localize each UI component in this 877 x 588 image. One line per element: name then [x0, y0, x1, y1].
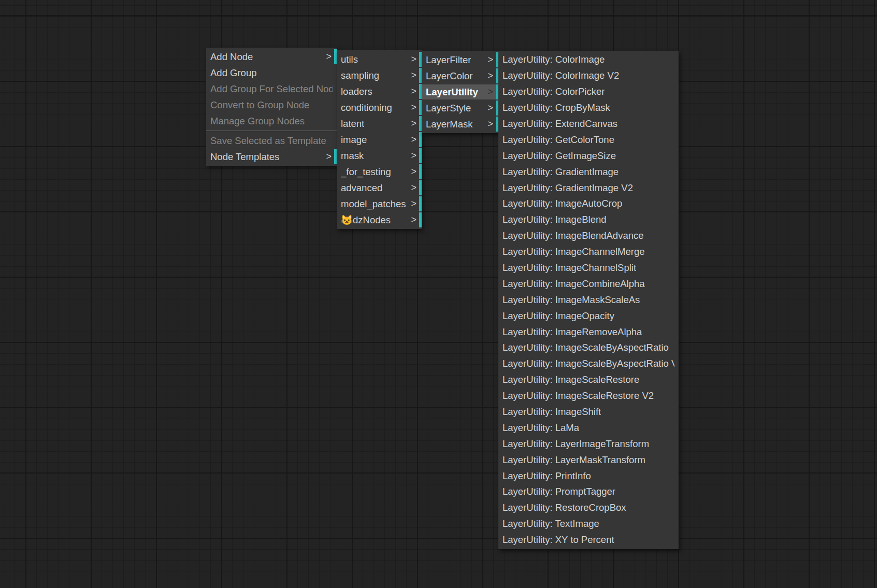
menu-item[interactable]: LayerUtility: GetColorTone	[498, 132, 679, 147]
menu-item[interactable]: LayerUtility: PromptTagger	[498, 484, 679, 499]
context-menu-layerstyle-groups: LayerFilter>LayerColor>LayerUtility>Laye…	[422, 51, 498, 133]
menu-item[interactable]: LayerUtility: CropByMask	[498, 101, 679, 116]
menu-item[interactable]: LayerUtility: RestoreCropBox	[498, 500, 679, 515]
menu-item-label: LayerUtility: ImageScaleByAspectRatio	[502, 342, 669, 353]
submenu-arrow-icon: >	[406, 118, 416, 129]
menu-item-label: LayerUtility: CropByMask	[502, 102, 610, 113]
menu-item-label: model_patches	[341, 198, 406, 210]
menu-item[interactable]: LayerStyle>	[422, 101, 498, 116]
menu-item-label: Convert to Group Node	[210, 99, 309, 111]
menu-item[interactable]: LayerUtility: ImageBlendAdvance	[498, 228, 679, 243]
menu-item-label: latent	[341, 118, 364, 130]
submenu-arrow-icon: >	[482, 54, 493, 65]
menu-item[interactable]: image>	[337, 132, 422, 147]
menu-item-label: image	[341, 134, 367, 146]
menu-item-label: LayerUtility: ImageScaleRestore V2	[502, 390, 654, 401]
menu-item-label: LayerUtility: ImageOpacity	[502, 310, 614, 322]
menu-item: Convert to Group Node	[206, 97, 337, 112]
menu-item-label: advanced	[341, 182, 382, 194]
menu-item[interactable]: LayerUtility: ImageChannelMerge	[498, 245, 679, 260]
menu-item[interactable]: LayerMask>	[422, 117, 498, 132]
menu-item-label: LayerUtility: ImageBlend	[502, 214, 607, 225]
menu-item[interactable]: LayerUtility: ImageScaleByAspectRatio V2	[498, 356, 679, 371]
submenu-arrow-icon: >	[406, 182, 416, 193]
menu-item[interactable]: 😺dzNodes>	[337, 212, 422, 227]
menu-item[interactable]: LayerUtility: ImageAutoCrop	[498, 196, 679, 211]
menu-item[interactable]: LayerUtility: PrintInfo	[498, 468, 679, 483]
menu-item[interactable]: LayerUtility: ImageShift	[498, 405, 679, 420]
menu-item-label: LayerUtility: LayerImageTransform	[502, 438, 649, 450]
menu-separator	[206, 131, 337, 131]
menu-item[interactable]: LayerUtility: LaMa	[498, 420, 679, 435]
context-menu-layerutility-nodes: LayerUtility: ColorImageLayerUtility: Co…	[498, 51, 679, 549]
menu-item[interactable]: Add Group	[206, 65, 337, 80]
menu-item[interactable]: LayerUtility: GradientImage	[498, 164, 679, 179]
menu-item-label: LayerUtility: ImageBlendAdvance	[502, 230, 644, 241]
menu-item[interactable]: utils>	[337, 52, 422, 67]
menu-item[interactable]: LayerUtility>	[422, 84, 498, 99]
menu-item[interactable]: Node Templates>	[206, 149, 337, 164]
menu-item[interactable]: _for_testing>	[337, 164, 422, 179]
menu-item-label: LayerUtility: PrintInfo	[502, 470, 591, 482]
menu-item[interactable]: LayerUtility: ImageCombineAlpha	[498, 276, 679, 291]
menu-item-label: LayerUtility: XY to Percent	[502, 534, 614, 546]
menu-item[interactable]: LayerUtility: ColorPicker	[498, 84, 679, 99]
menu-item-label: Add Node	[210, 51, 253, 63]
menu-item-label: LayerUtility: ExtendCanvas	[502, 118, 617, 130]
submenu-arrow-icon: >	[406, 54, 416, 65]
menu-item-label: LayerUtility: LaMa	[502, 422, 579, 434]
menu-item[interactable]: LayerUtility: LayerMaskTransform	[498, 452, 679, 467]
submenu-arrow-icon: >	[406, 102, 416, 113]
menu-item[interactable]: loaders>	[337, 84, 422, 99]
menu-item[interactable]: LayerUtility: GradientImage V2	[498, 180, 679, 195]
menu-item: Add Group For Selected Nodes	[206, 81, 337, 96]
menu-item-label: LayerUtility: GradientImage	[502, 166, 619, 178]
menu-item[interactable]: LayerUtility: ImageScaleRestore V2	[498, 389, 679, 404]
menu-item[interactable]: LayerFilter>	[422, 52, 498, 67]
menu-item-label: LayerUtility: ImageRemoveAlpha	[502, 326, 642, 338]
menu-item[interactable]: advanced>	[337, 180, 422, 195]
menu-item-label: _for_testing	[341, 166, 391, 178]
menu-item-label: LayerUtility: PromptTagger	[502, 486, 615, 497]
menu-item[interactable]: LayerUtility: ImageScaleByAspectRatio	[498, 340, 679, 355]
menu-item[interactable]: LayerUtility: ImageMaskScaleAs	[498, 292, 679, 307]
menu-item[interactable]: LayerUtility: TextImage	[498, 517, 679, 532]
menu-item-label: LayerUtility: ColorPicker	[502, 86, 605, 97]
menu-item[interactable]: LayerUtility: ImageChannelSplit	[498, 261, 679, 276]
menu-item[interactable]: LayerColor>	[422, 68, 498, 83]
menu-item[interactable]: LayerUtility: ColorImage V2	[498, 68, 679, 83]
menu-item[interactable]: sampling>	[337, 68, 422, 83]
menu-item[interactable]: mask>	[337, 148, 422, 163]
menu-item-label: Node Templates	[210, 151, 279, 163]
menu-item[interactable]: Add Node>	[206, 49, 337, 64]
menu-item[interactable]: LayerUtility: ImageScaleRestore	[498, 372, 679, 388]
menu-item-label: 😺dzNodes	[341, 214, 391, 226]
menu-item[interactable]: latent>	[337, 116, 422, 131]
submenu-arrow-icon: >	[321, 151, 332, 162]
menu-item[interactable]: LayerUtility: GetImageSize	[498, 148, 679, 163]
submenu-arrow-icon: >	[321, 51, 332, 62]
menu-item-label: utils	[341, 54, 358, 65]
menu-item: Manage Group Nodes	[206, 113, 337, 128]
menu-item[interactable]: LayerUtility: ImageBlend	[498, 212, 679, 227]
menu-item[interactable]: conditioning>	[337, 100, 422, 115]
menu-item[interactable]: model_patches>	[337, 196, 422, 211]
menu-item-label: mask	[341, 150, 364, 162]
menu-item-label: LayerUtility: ImageMaskScaleAs	[502, 294, 640, 306]
menu-item[interactable]: LayerUtility: ImageOpacity	[498, 308, 679, 323]
menu-item-label: LayerFilter	[426, 54, 471, 66]
menu-item-label: loaders	[341, 86, 372, 97]
menu-item[interactable]: LayerUtility: XY to Percent	[498, 533, 679, 548]
submenu-arrow-icon: >	[406, 70, 416, 81]
menu-item[interactable]: LayerUtility: ColorImage	[498, 52, 679, 67]
menu-item-label: LayerUtility: ColorImage	[502, 54, 605, 65]
menu-item[interactable]: LayerUtility: LayerImageTransform	[498, 436, 679, 451]
menu-item-label: Add Group For Selected Nodes	[210, 83, 333, 95]
submenu-arrow-icon: >	[406, 150, 416, 161]
menu-item-label: LayerUtility: RestoreCropBox	[502, 502, 626, 513]
menu-item[interactable]: LayerUtility: ExtendCanvas	[498, 117, 679, 132]
submenu-arrow-icon: >	[482, 119, 493, 130]
menu-item-label: LayerUtility: ImageShift	[502, 406, 601, 418]
submenu-arrow-icon: >	[482, 87, 493, 97]
menu-item[interactable]: LayerUtility: ImageRemoveAlpha	[498, 324, 679, 339]
